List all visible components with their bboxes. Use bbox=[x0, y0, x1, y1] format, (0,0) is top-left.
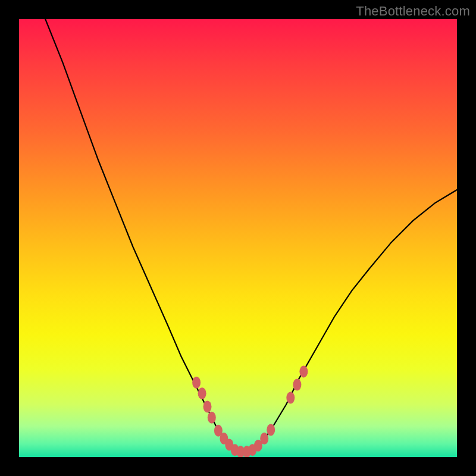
marker-dot bbox=[293, 379, 301, 391]
marker-dot bbox=[267, 424, 275, 436]
marker-dot bbox=[299, 366, 308, 378]
marker-dot bbox=[260, 433, 268, 444]
marker-dot bbox=[203, 400, 212, 412]
marker-dot bbox=[192, 377, 201, 389]
watermark-label: TheBottleneck.com bbox=[356, 4, 470, 19]
marker-dot bbox=[286, 392, 295, 404]
chart-plot-area bbox=[19, 19, 457, 457]
marker-group bbox=[192, 366, 308, 458]
marker-dot bbox=[208, 412, 216, 424]
chart-frame: TheBottleneck.com bbox=[0, 0, 476, 476]
curve-path bbox=[45, 19, 457, 453]
chart-svg bbox=[19, 19, 457, 457]
marker-dot bbox=[198, 387, 206, 399]
